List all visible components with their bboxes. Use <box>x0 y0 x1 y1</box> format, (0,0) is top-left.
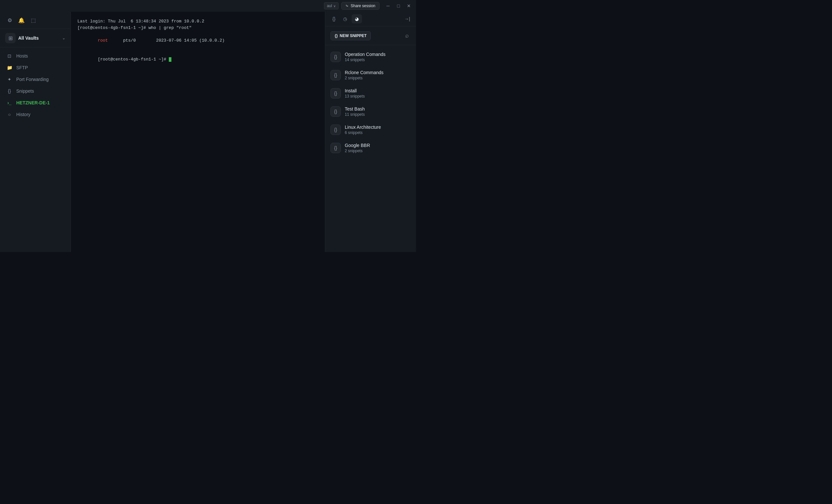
terminal-line-3: root pts/0 2023-07-06 14:05 (10.0.0.2) <box>77 31 318 50</box>
vault-selector[interactable]: ⊞ All Vaults ⌄ <box>0 29 71 48</box>
snippet-folder-icon: {} <box>331 70 341 80</box>
sidebar-item-label: Hosts <box>16 53 28 58</box>
right-panel: {} ◷ ◕ →| {} NEW SNIPPET ⌕ <box>325 12 416 252</box>
terminal-area: Last login: Thu Jul 6 13:48:34 2023 from… <box>71 12 325 252</box>
vault-grid-icon: ⊞ <box>8 35 13 41</box>
terminal-user: root <box>98 38 108 43</box>
collapse-icon: →| <box>404 16 410 22</box>
sidebar-item-label: HETZNER-DE-1 <box>16 100 50 105</box>
snippet-code-icon: {} <box>334 145 337 151</box>
maximize-button[interactable]: □ <box>394 2 403 9</box>
snippet-info: Linux Architecture 6 snippets <box>345 125 411 135</box>
vault-icon: ⊞ <box>5 33 16 43</box>
snippet-name: Test Bash <box>345 106 411 111</box>
palette-tab-icon: ◕ <box>355 16 359 22</box>
snippet-code-icon: {} <box>334 109 337 114</box>
minimize-icon: ─ <box>386 3 390 8</box>
terminal-cursor <box>169 57 172 62</box>
sidebar-item-port-forwarding[interactable]: ✦ Port Forwarding <box>0 74 71 85</box>
share-session-button[interactable]: ⤷ Share session <box>341 2 380 10</box>
new-snippet-label: NEW SNIPPET <box>340 33 367 38</box>
history-icon: ○ <box>6 112 12 117</box>
snippet-item-test-bash[interactable]: {} Test Bash 11 snippets <box>325 102 416 121</box>
snippet-name: Google BBR <box>345 143 411 148</box>
panel-collapse-button[interactable]: →| <box>402 14 412 23</box>
snippet-name: Operation Comands <box>345 52 411 57</box>
search-button[interactable]: ⌕ <box>403 30 411 41</box>
snippet-item-install[interactable]: {} Install 13 snippets <box>325 84 416 102</box>
sidebar-item-label: Snippets <box>16 88 34 94</box>
maximize-icon: □ <box>397 3 400 8</box>
snippet-item-rclone-commands[interactable]: {} Rclone Commands 2 snippets <box>325 66 416 84</box>
terminal-content[interactable]: Last login: Thu Jul 6 13:48:34 2023 from… <box>71 12 325 252</box>
snippet-item-linux-architecture[interactable]: {} Linux Architecture 6 snippets <box>325 121 416 139</box>
snippet-folder-icon: {} <box>331 143 341 153</box>
snippet-count: 6 snippets <box>345 130 411 135</box>
tab-palette[interactable]: ◕ <box>352 14 362 23</box>
close-button[interactable]: ✕ <box>404 2 413 9</box>
search-icon: ⌕ <box>405 32 409 39</box>
terminal-line-2: [root@centos-4gb-fsn1-1 ~]# who | grep "… <box>77 25 318 31</box>
snippet-code-icon: {} <box>334 127 337 132</box>
snippets-icon: {} <box>6 88 12 94</box>
snippet-count: 13 snippets <box>345 94 411 99</box>
terminal-line-4: [root@centos-4gb-fsn1-1 ~]# <box>77 50 318 69</box>
snippet-count: 2 snippets <box>345 76 411 80</box>
sidebar-item-history[interactable]: ○ History <box>0 109 71 120</box>
sidebar-icon-group: ⚙ 🔔 ⬚ <box>5 16 38 25</box>
sidebar-item-hosts[interactable]: ⊡ Hosts <box>0 50 71 62</box>
snippet-info: Test Bash 11 snippets <box>345 106 411 117</box>
sidebar-item-sftp[interactable]: 📁 SFTP <box>0 62 71 74</box>
terminal-prompt-icon: ›_ <box>6 100 12 105</box>
sftp-icon: 📁 <box>6 65 12 70</box>
snippet-count: 11 snippets <box>345 112 411 117</box>
user-chevron: ∨ <box>333 4 336 8</box>
settings-button[interactable]: ⚙ <box>5 16 14 25</box>
sidebar-item-active-host[interactable]: ›_ HETZNER-DE-1 <box>0 97 71 109</box>
bell-icon: 🔔 <box>18 17 25 23</box>
snippet-item-operation-comands[interactable]: {} Operation Comands 14 snippets <box>325 48 416 66</box>
share-icon: ⤷ <box>345 4 349 8</box>
sidebar-item-label: Port Forwarding <box>16 77 49 82</box>
sidebar-nav: ⊡ Hosts 📁 SFTP ✦ Port Forwarding {} Snip… <box>0 48 71 252</box>
terminal-new-button[interactable]: ⬚ <box>29 16 38 25</box>
snippet-info: Rclone Commands 2 snippets <box>345 70 411 80</box>
vault-name: All Vaults <box>18 35 59 41</box>
snippet-folder-icon: {} <box>331 88 341 99</box>
snippet-code-icon: {} <box>334 73 337 78</box>
clock-tab-icon: ◷ <box>343 16 347 22</box>
snippet-name: Linux Architecture <box>345 125 411 130</box>
snippet-name: Rclone Commands <box>345 70 411 75</box>
titlebar: aul ∨ ⤷ Share session ─ □ ✕ <box>0 0 416 12</box>
tab-code[interactable]: {} <box>329 14 339 23</box>
terminal-line-1: Last login: Thu Jul 6 13:48:34 2023 from… <box>77 18 318 25</box>
hosts-icon: ⊡ <box>6 53 12 58</box>
new-snippet-button[interactable]: {} NEW SNIPPET <box>331 31 371 40</box>
share-session-label: Share session <box>350 4 375 8</box>
snippet-info: Google BBR 2 snippets <box>345 143 411 153</box>
port-forwarding-icon: ✦ <box>6 77 12 82</box>
sidebar-top: ⚙ 🔔 ⬚ <box>0 12 71 29</box>
minimize-button[interactable]: ─ <box>384 2 393 9</box>
user-badge: aul ∨ <box>324 2 339 9</box>
terminal-session-info: pts/0 2023-07-06 14:05 (10.0.0.2) <box>108 38 225 43</box>
notifications-button[interactable]: 🔔 <box>17 16 26 25</box>
terminal-icon: ⬚ <box>31 17 36 23</box>
snippet-count: 14 snippets <box>345 57 411 62</box>
sidebar: ⚙ 🔔 ⬚ ⊞ All Vaults ⌄ ⊡ Hosts <box>0 12 71 252</box>
snippet-count: 2 snippets <box>345 149 411 153</box>
panel-tab-group: {} ◷ ◕ <box>329 14 362 23</box>
tab-clock[interactable]: ◷ <box>340 14 350 23</box>
code-tab-icon: {} <box>332 16 335 22</box>
main-layout: ⚙ 🔔 ⬚ ⊞ All Vaults ⌄ ⊡ Hosts <box>0 12 416 252</box>
sidebar-item-snippets[interactable]: {} Snippets <box>0 85 71 97</box>
snippet-folder-icon: {} <box>331 52 341 62</box>
snippet-folder-icon: {} <box>331 106 341 117</box>
right-panel-tabs: {} ◷ ◕ →| <box>325 12 416 26</box>
sidebar-item-label: History <box>16 112 31 117</box>
snippet-item-google-bbr[interactable]: {} Google BBR 2 snippets <box>325 139 416 157</box>
snippet-name: Install <box>345 88 411 93</box>
snippet-code-icon: {} <box>334 91 337 96</box>
snippet-info: Operation Comands 14 snippets <box>345 52 411 62</box>
close-icon: ✕ <box>407 3 411 8</box>
